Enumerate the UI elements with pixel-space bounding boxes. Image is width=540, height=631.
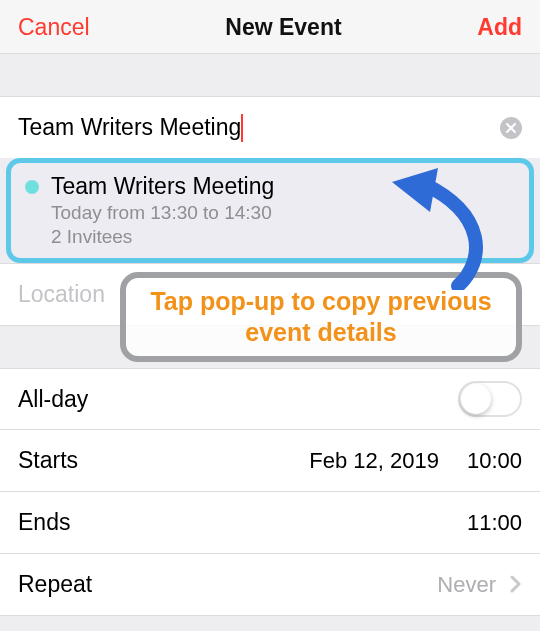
page-title: New Event [225, 14, 341, 41]
repeat-value: Never [437, 572, 496, 598]
suggestion-time: Today from 13:30 to 14:30 [51, 202, 515, 224]
event-suggestion-card[interactable]: Team Writers Meeting Today from 13:30 to… [6, 158, 534, 263]
nav-header: Cancel New Event Add [0, 0, 540, 54]
clear-text-icon[interactable] [500, 117, 522, 139]
repeat-label: Repeat [18, 571, 437, 598]
chevron-right-icon [510, 571, 522, 599]
annotation-text: Tap pop-up to copy previous event detail… [134, 286, 508, 349]
annotation-callout: Tap pop-up to copy previous event detail… [120, 272, 522, 362]
suggestion-title: Team Writers Meeting [51, 173, 274, 200]
calendar-dot-icon [25, 180, 39, 194]
ends-time: 11:00 [467, 510, 522, 536]
all-day-row: All-day [0, 368, 540, 430]
all-day-toggle[interactable] [458, 381, 522, 417]
toggle-knob [461, 384, 491, 414]
starts-time: 10:00 [467, 448, 522, 474]
text-caret [241, 114, 243, 142]
event-title-input[interactable]: Team Writers Meeting [18, 114, 241, 141]
event-title-row[interactable]: Team Writers Meeting [0, 96, 540, 158]
starts-date: Feb 12, 2019 [309, 448, 439, 474]
suggestion-row: Team Writers Meeting Today from 13:30 to… [0, 158, 540, 264]
location-input[interactable]: Location [18, 281, 105, 308]
starts-label: Starts [18, 447, 309, 474]
ends-row[interactable]: Ends 11:00 [0, 492, 540, 554]
suggestion-invitees: 2 Invitees [51, 226, 515, 248]
all-day-label: All-day [18, 386, 458, 413]
cancel-button[interactable]: Cancel [18, 14, 90, 41]
add-button[interactable]: Add [477, 14, 522, 41]
repeat-row[interactable]: Repeat Never [0, 554, 540, 616]
starts-row[interactable]: Starts Feb 12, 2019 10:00 [0, 430, 540, 492]
ends-label: Ends [18, 509, 439, 536]
